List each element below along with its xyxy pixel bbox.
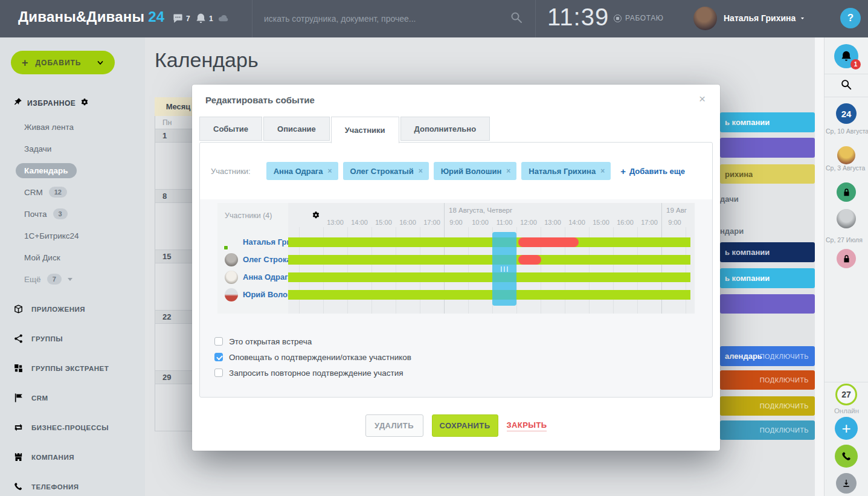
calendar-list-item[interactable]: ь компании [720, 242, 815, 262]
connect-calendar-item[interactable]: ПОДКЛЮЧИТЬ [720, 370, 815, 390]
add-button[interactable]: + ДОБАВИТЬ [11, 51, 115, 74]
calendar-date-cell[interactable]: 29 [155, 371, 197, 384]
calendar-date-cell[interactable]: 22 [155, 311, 197, 324]
calendar-week-cell[interactable] [155, 324, 197, 371]
free-time-bar[interactable] [288, 237, 690, 247]
participant-tag[interactable]: Анна Одрага× [266, 162, 338, 180]
tab-event[interactable]: Событие [199, 117, 262, 141]
notify-confirmation-option[interactable]: Оповещать о подтверждении/отказе участни… [214, 349, 411, 365]
free-time-bar[interactable] [288, 255, 690, 265]
calendar-week-cell[interactable] [155, 384, 197, 431]
sidebar-item-1c-bitrix24[interactable]: 1С+Битрикс24 [0, 225, 145, 246]
sidebar-item-extranet-groups[interactable]: ГРУППЫ ЭКСТРАНЕТ [0, 353, 145, 383]
connect-button[interactable]: ПОДКЛЮЧИТЬ [760, 376, 809, 384]
sidebar-item-tasks[interactable]: Задачи [0, 138, 145, 159]
lock-icon[interactable] [837, 249, 856, 268]
participant-avatar[interactable] [225, 271, 238, 284]
calendar-date-cell[interactable]: 8 [155, 190, 197, 203]
calendar-week-cell[interactable] [155, 203, 197, 250]
close-icon[interactable]: × [699, 93, 706, 105]
checkbox-unchecked[interactable] [214, 337, 223, 346]
remove-tag-icon[interactable]: × [419, 167, 423, 175]
calendar-list-item[interactable]: рихина [720, 164, 815, 184]
online-count-badge[interactable]: 27 [835, 384, 857, 405]
chat-icon[interactable]: 7 [172, 13, 190, 24]
busy-time-bar[interactable] [518, 255, 541, 265]
connect-calendar-item[interactable]: ПОДКЛЮЧИТЬ [720, 396, 815, 416]
participant-avatar[interactable] [225, 288, 238, 301]
remove-tag-icon[interactable]: × [506, 167, 510, 175]
sidebar-item-more[interactable]: Ещё7 [0, 268, 145, 290]
checkbox-unchecked[interactable] [214, 369, 223, 377]
tab-additional[interactable]: Дополнительно [400, 117, 490, 141]
participant-tag[interactable]: Олег Строкатый× [343, 162, 429, 180]
free-time-bar[interactable] [288, 290, 690, 300]
sidebar-item-mail[interactable]: Почта3 [0, 203, 145, 225]
work-status[interactable]: РАБОТАЮ [614, 14, 664, 22]
reconfirm-option[interactable]: Запросить повторное подтверждение участи… [214, 365, 411, 381]
add-participant-button[interactable]: +Добавить еще [620, 166, 685, 176]
sidebar-item-telephony[interactable]: ТЕЛЕФОНИЯ [0, 472, 145, 496]
connect-button[interactable]: ПОДКЛЮЧИТЬ [760, 427, 809, 434]
participant-tag[interactable]: Юрий Волошин× [434, 162, 517, 180]
notifications-button[interactable]: 1 [834, 44, 858, 68]
participant-tag[interactable]: Наталья Грихина× [521, 162, 611, 180]
participant-avatar[interactable] [225, 236, 238, 249]
rail-avatar[interactable] [837, 146, 855, 164]
sidebar-item-calendar[interactable]: Календарь [0, 159, 145, 181]
rail-search-button[interactable] [839, 77, 854, 92]
remove-tag-icon[interactable]: × [600, 167, 605, 175]
user-menu[interactable]: Наталья Грихина [724, 13, 805, 23]
global-search-input[interactable] [264, 10, 500, 28]
remove-tag-icon[interactable]: × [328, 167, 332, 175]
calendar-week-cell[interactable] [155, 143, 197, 190]
sidebar-item-business-processes[interactable]: БИЗНЕС-ПРОЦЕССЫ [0, 413, 145, 442]
quick-add-button[interactable]: + [835, 417, 858, 440]
busy-time-bar[interactable] [518, 237, 579, 247]
open-meeting-option[interactable]: Это открытая встреча [214, 333, 411, 349]
download-button[interactable] [836, 473, 857, 494]
delete-button[interactable]: УДАЛИТЬ [365, 414, 423, 437]
gear-icon[interactable] [80, 98, 89, 109]
connect-button[interactable]: ПОДКЛЮЧИТЬ [760, 353, 809, 360]
sidebar-item-my-disk[interactable]: Мой Диск [0, 246, 145, 268]
close-link[interactable]: ЗАКРЫТЬ [507, 420, 547, 431]
sidebar-item-live-feed[interactable]: Живая лента [0, 116, 145, 138]
calendar-list-item[interactable]: ь компании [720, 112, 815, 132]
sidebar-item-company[interactable]: КОМПАНИЯ [0, 442, 145, 472]
cloud-icon[interactable] [217, 13, 229, 24]
calendar-list-item[interactable] [720, 138, 815, 158]
search-icon[interactable] [509, 10, 524, 27]
app-logo[interactable]: Диваны&Диваны24 [18, 8, 164, 25]
selected-timeslot-handle[interactable] [492, 232, 516, 306]
sidebar-item-crm-section[interactable]: CRM [0, 383, 145, 413]
calendar-list-item[interactable]: ь компании [720, 268, 815, 288]
checkbox-checked[interactable] [214, 353, 223, 361]
date-badge[interactable]: 24 [836, 103, 857, 124]
calendar-week-cell[interactable] [155, 263, 197, 311]
calendar-list-item[interactable] [720, 294, 815, 314]
user-avatar[interactable] [693, 7, 717, 30]
help-button[interactable]: ? [840, 8, 861, 28]
sidebar-item-applications[interactable]: ПРИЛОЖЕНИЯ [0, 294, 145, 324]
free-time-bar[interactable] [288, 272, 690, 282]
calendar-date-cell[interactable]: 1 [155, 129, 197, 143]
save-button[interactable]: СОХРАНИТЬ [432, 414, 498, 437]
call-button[interactable] [835, 445, 858, 468]
lock-icon[interactable] [837, 182, 856, 202]
calendar-date-cell[interactable]: 15 [155, 250, 197, 263]
connect-calendar-item[interactable]: алендарьПОДКЛЮЧИТЬ [720, 346, 815, 366]
participant-avatar[interactable] [225, 253, 238, 266]
sidebar-item-crm[interactable]: CRM12 [0, 181, 145, 203]
participant-name-link[interactable]: Анна Одрага [243, 272, 292, 283]
work-clock[interactable]: 11:39 [547, 4, 609, 31]
rail-avatar[interactable] [837, 209, 856, 228]
tab-participants[interactable]: Участники [331, 117, 399, 143]
gear-icon[interactable] [312, 211, 320, 222]
connect-calendar-item[interactable]: ПОДКЛЮЧИТЬ [720, 420, 815, 440]
tab-description[interactable]: Описание [263, 117, 330, 141]
connect-button[interactable]: ПОДКЛЮЧИТЬ [760, 402, 809, 410]
notifications-bell-icon[interactable]: 1 [195, 13, 213, 24]
sidebar-item-groups[interactable]: ГРУППЫ [0, 324, 145, 353]
scroll-gutter[interactable] [815, 37, 824, 496]
